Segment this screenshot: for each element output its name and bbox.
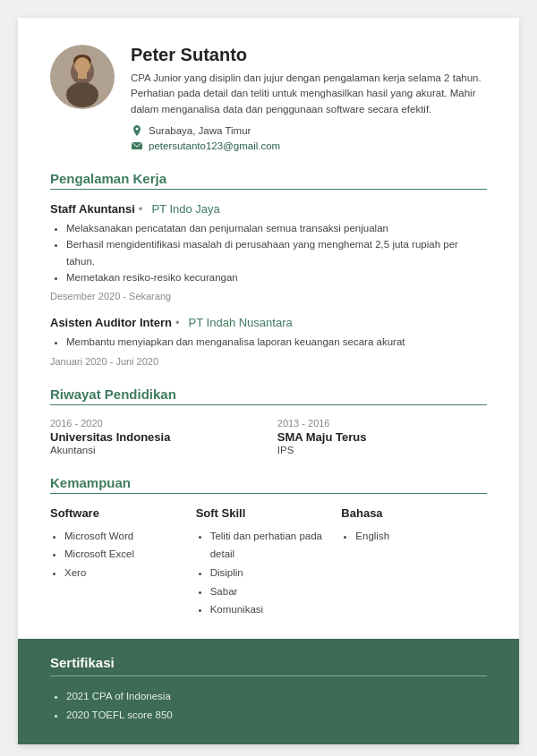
- location-icon: [131, 124, 143, 137]
- svg-point-4: [75, 57, 90, 73]
- list-item: Komunikasi: [210, 600, 342, 619]
- education-row: 2016 - 2020 Universitas Indonesia Akunta…: [50, 418, 487, 455]
- location-text: Surabaya, Jawa Timur: [149, 125, 251, 136]
- list-item: Membantu menyiapkan dan menganalisa lapo…: [66, 334, 487, 350]
- header-info: Peter Sutanto CPA Junior yang disiplin d…: [131, 45, 487, 155]
- edu-block-2: 2013 - 2016 SMA Maju Terus IPS: [277, 418, 487, 455]
- list-item: 2020 TOEFL score 850: [66, 706, 487, 725]
- email-link[interactable]: petersutanto123@gmail.com: [149, 140, 280, 151]
- certification-section: Sertifikasi 2021 CPA of Indonesia 2020 T…: [18, 639, 519, 743]
- svg-point-5: [66, 82, 98, 107]
- edu-block-1: 2016 - 2020 Universitas Indonesia Akunta…: [50, 418, 260, 455]
- edu-2-major: IPS: [277, 445, 487, 455]
- list-item: Microsoft Excel: [64, 545, 196, 564]
- list-item: Microsoft Word: [64, 527, 196, 546]
- list-item: Teliti dan perhatian pada detail: [210, 527, 342, 564]
- skill-col-software: Software Microsoft Word Microsoft Excel …: [50, 506, 196, 619]
- cert-list: 2021 CPA of Indonesia 2020 TOEFL score 8…: [66, 687, 487, 724]
- job-2-title-line: Asisten Auditor Intern • PT Indah Nusant…: [50, 316, 487, 329]
- job-1-bullets: Melaksanakan pencatatan dan penjurnalan …: [66, 220, 487, 286]
- person-bio: CPA Junior yang disiplin dan jujur denga…: [131, 71, 487, 117]
- edu-1-institution: Universitas Indonesia: [50, 430, 260, 444]
- location-line: Surabaya, Jawa Timur: [131, 124, 487, 137]
- list-item: Xero: [64, 564, 196, 582]
- skill-col-language: Bahasa English: [341, 506, 487, 619]
- avatar: [50, 45, 115, 109]
- email-line: petersutanto123@gmail.com: [131, 140, 487, 152]
- resume-container: Peter Sutanto CPA Junior yang disiplin d…: [18, 18, 519, 744]
- list-item: Melaksanakan pencatatan dan penjurnalan …: [66, 220, 487, 236]
- skills-row: Software Microsoft Word Microsoft Excel …: [50, 506, 487, 619]
- list-item: Memetakan resiko-resiko kecurangan: [66, 269, 487, 285]
- edu-1-years: 2016 - 2020: [50, 418, 260, 429]
- list-item: Disiplin: [210, 564, 342, 582]
- job-1-sep: •: [139, 202, 143, 216]
- edu-2-institution: SMA Maju Terus: [277, 430, 487, 444]
- job-1-title: Staff Akuntansi: [50, 202, 135, 216]
- skills-section: Kemampuan Software Microsoft Word Micros…: [50, 475, 487, 619]
- skills-section-title: Kemampuan: [50, 475, 487, 494]
- email-icon: [131, 140, 143, 152]
- edu-1-major: Akuntansi: [50, 445, 260, 455]
- education-section: Riwayat Pendidikan 2016 - 2020 Universit…: [50, 386, 487, 455]
- job-2-sep: •: [175, 316, 180, 329]
- list-item: Berhasil mengidentifikasi masalah di per…: [66, 236, 487, 269]
- edu-2-years: 2013 - 2016: [277, 418, 487, 429]
- education-section-title: Riwayat Pendidikan: [50, 386, 487, 405]
- job-1-company: PT Indo Jaya: [151, 202, 219, 216]
- job-2-date: Januari 2020 - Juni 2020: [50, 356, 487, 367]
- job-2-company: PT Indah Nusantara: [189, 316, 293, 329]
- skill-col-softskill-title: Soft Skill: [196, 506, 342, 520]
- person-name: Peter Sutanto: [131, 45, 487, 65]
- job-1-title-line: Staff Akuntansi • PT Indo Jaya: [50, 202, 487, 216]
- work-section: Pengalaman Kerja Staff Akuntansi • PT In…: [50, 171, 487, 367]
- job-2-title: Asisten Auditor Intern: [50, 316, 172, 329]
- svg-rect-6: [78, 72, 87, 79]
- list-item: Sabar: [210, 582, 342, 601]
- certification-title: Sertifikasi: [50, 655, 487, 676]
- work-section-title: Pengalaman Kerja: [50, 171, 487, 190]
- job-1-date: Desember 2020 - Sekarang: [50, 291, 487, 302]
- skill-col-language-title: Bahasa: [341, 506, 487, 520]
- skill-col-software-title: Software: [50, 506, 196, 520]
- list-item: 2021 CPA of Indonesia: [66, 687, 487, 706]
- list-item: English: [355, 527, 487, 546]
- skill-col-softskill: Soft Skill Teliti dan perhatian pada det…: [196, 506, 342, 619]
- job-2-bullets: Membantu menyiapkan dan menganalisa lapo…: [66, 334, 487, 350]
- header-section: Peter Sutanto CPA Junior yang disiplin d…: [50, 45, 487, 155]
